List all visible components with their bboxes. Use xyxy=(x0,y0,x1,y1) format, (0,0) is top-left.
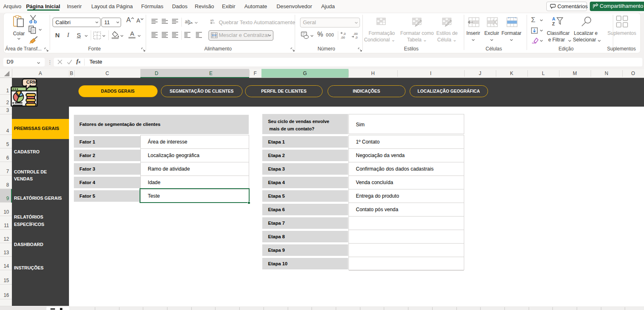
svg-text:ab: ab xyxy=(210,18,214,22)
svg-text:,00: ,00 xyxy=(353,32,358,36)
svg-text:A: A xyxy=(552,16,555,21)
svg-text:,0: ,0 xyxy=(343,32,346,36)
svg-text:,00: ,00 xyxy=(341,36,345,39)
svg-text:Z: Z xyxy=(552,21,555,26)
svg-text:,0: ,0 xyxy=(355,36,358,39)
